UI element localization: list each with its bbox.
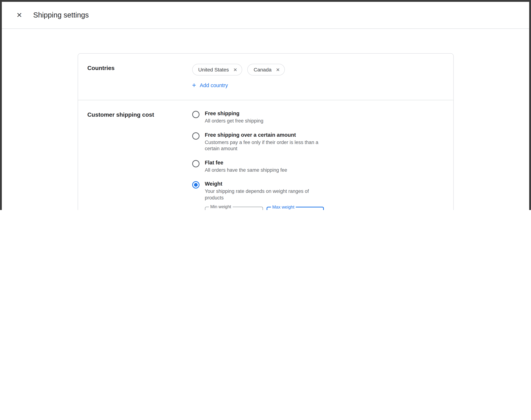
option-text: Flat fee All orders have the same shippi… [205, 160, 287, 173]
option-desc: Customers pay a fee only if their order … [205, 139, 325, 152]
option-desc: Your shipping rate depends on weight ran… [205, 188, 325, 201]
chip-close-icon[interactable]: ✕ [276, 67, 280, 72]
countries-label: Countries [87, 64, 192, 89]
add-country-button[interactable]: + Add country [192, 82, 228, 89]
option-title: Free shipping over a certain amount [205, 132, 325, 138]
min-weight-field-label: Min weight [209, 204, 233, 210]
chip-label: United States [198, 67, 229, 73]
min-weight-field[interactable]: Min weight 0 lb [205, 207, 263, 210]
option-text: Free shipping All orders get free shippi… [205, 110, 263, 124]
radio-option-free-over-amount[interactable]: Free shipping over a certain amount Cust… [192, 132, 444, 152]
close-icon[interactable]: ✕ [15, 11, 24, 19]
radio-icon[interactable] [192, 160, 199, 167]
option-text: Free shipping over a certain amount Cust… [205, 132, 325, 152]
option-title: Free shipping [205, 110, 263, 116]
max-weight-field[interactable]: Max weight lb [266, 207, 324, 210]
radio-option-free-shipping[interactable]: Free shipping All orders get free shippi… [192, 110, 444, 124]
countries-body: United States ✕ Canada ✕ + Add country [192, 64, 444, 89]
radio-icon[interactable] [192, 132, 199, 139]
country-chip-list: United States ✕ Canada ✕ [192, 64, 444, 75]
shipping-cost-label: Customer shipping cost [87, 110, 192, 210]
countries-section: Countries United States ✕ Canada ✕ + Add… [78, 54, 453, 100]
page-title: Shipping settings [33, 11, 89, 19]
add-country-label: Add country [200, 82, 228, 88]
option-title: Flat fee [205, 160, 287, 165]
chip-close-icon[interactable]: ✕ [233, 67, 237, 72]
radio-option-weight[interactable]: Weight Your shipping rate depends on wei… [192, 181, 444, 210]
shipping-settings-card: Countries United States ✕ Canada ✕ + Add… [77, 53, 454, 210]
plus-icon: + [192, 82, 196, 89]
option-desc: All orders get free shipping [205, 118, 263, 124]
option-desc: All orders have the same shipping fee [205, 167, 287, 173]
country-chip-canada[interactable]: Canada ✕ [247, 64, 285, 75]
country-chip-united-states[interactable]: United States ✕ [192, 64, 242, 75]
weight-fields: Min weight 0 lb Max weight lb [205, 207, 325, 210]
option-text: Weight Your shipping rate depends on wei… [205, 181, 325, 210]
max-weight-field-label: Max weight [271, 205, 296, 210]
radio-option-flat-fee[interactable]: Flat fee All orders have the same shippi… [192, 160, 444, 173]
shipping-cost-options: Free shipping All orders get free shippi… [192, 110, 444, 210]
option-title: Weight [205, 181, 325, 187]
dialog-header: ✕ Shipping settings [2, 2, 529, 29]
radio-icon[interactable] [192, 111, 199, 118]
shipping-cost-section: Customer shipping cost Free shipping All… [78, 100, 453, 210]
chip-label: Canada [254, 67, 272, 73]
radio-icon-selected[interactable] [192, 181, 199, 189]
app-window: ✕ Shipping settings Countries United Sta… [0, 0, 531, 210]
